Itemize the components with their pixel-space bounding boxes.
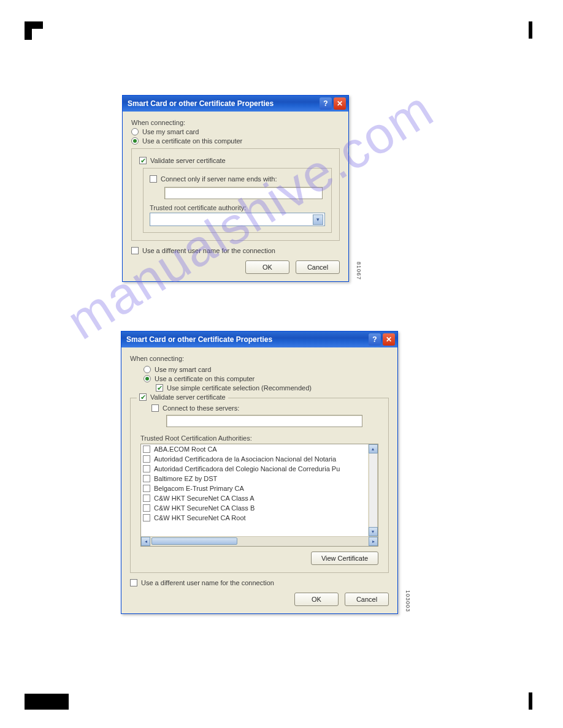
connect-only-checkbox[interactable]: Connect only if server name ends with: xyxy=(150,175,325,183)
ca-listbox[interactable]: ABA.ECOM Root CAAutoridad Certificadora … xyxy=(140,444,378,547)
ca-checkbox[interactable] xyxy=(143,485,150,492)
trusted-root-label: Trusted Root Certification Authorities: xyxy=(140,434,381,442)
ca-item-label: C&W HKT SecureNet CA Class A xyxy=(154,495,255,502)
validate-group: ✔ Validate server certificate Connect on… xyxy=(131,148,340,241)
ca-item-label: Autoridad Certificadora de la Asociacion… xyxy=(154,455,336,463)
radio-use-certificate-label: Use a certificate on this computer xyxy=(142,137,242,145)
image-number-2: 103003 xyxy=(405,590,411,612)
servers-input[interactable] xyxy=(166,415,362,427)
validate-label: Validate server certificate xyxy=(150,393,226,401)
horizontal-scrollbar[interactable]: ◂ ▸ xyxy=(141,536,378,546)
scroll-up-icon[interactable]: ▴ xyxy=(369,444,378,453)
connect-servers-label: Connect to these servers: xyxy=(163,404,239,412)
ca-checkbox[interactable] xyxy=(143,475,150,482)
page-rule-top-right xyxy=(529,21,532,39)
cancel-button[interactable]: Cancel xyxy=(345,593,389,606)
diff-user-label: Use a different user name for the connec… xyxy=(141,579,274,586)
page-rule-bottom-left xyxy=(25,694,69,710)
radio-use-smartcard-label: Use my smart card xyxy=(142,128,199,135)
validate-group: ✔ Validate server certificate Connect to… xyxy=(130,398,389,573)
list-item[interactable]: Baltimore EZ by DST xyxy=(141,474,368,483)
diff-user-checkbox[interactable]: Use a different user name for the connec… xyxy=(130,579,389,586)
scroll-down-icon[interactable]: ▾ xyxy=(369,527,378,536)
radio-use-smartcard[interactable]: Use my smart card xyxy=(131,128,340,135)
radio-use-smartcard-label: Use my smart card xyxy=(155,366,211,373)
cancel-button[interactable]: Cancel xyxy=(296,260,340,274)
view-certificate-button[interactable]: View Certificate xyxy=(311,552,378,565)
connect-servers-checkbox[interactable]: Connect to these servers: xyxy=(151,404,381,412)
simple-selection-checkbox[interactable]: ✔ Use simple certificate selection (Reco… xyxy=(156,384,389,392)
when-connecting-label: When connecting: xyxy=(130,355,389,362)
dialog-title: Smart Card or other Certificate Properti… xyxy=(126,335,272,344)
diff-user-label: Use a different user name for the connec… xyxy=(142,247,275,254)
chevron-down-icon[interactable]: ▾ xyxy=(313,214,323,225)
ca-checkbox[interactable] xyxy=(143,455,150,463)
radio-use-certificate[interactable]: Use a certificate on this computer xyxy=(131,137,340,145)
radio-use-certificate-label: Use a certificate on this computer xyxy=(155,375,255,382)
server-name-input[interactable] xyxy=(164,187,323,199)
list-item[interactable]: Belgacom E-Trust Primary CA xyxy=(141,483,368,493)
ok-button[interactable]: OK xyxy=(294,593,339,606)
radio-use-certificate[interactable]: Use a certificate on this computer xyxy=(144,375,389,382)
list-item[interactable]: C&W HKT SecureNet CA Class A xyxy=(141,493,368,503)
ca-item-label: Baltimore EZ by DST xyxy=(154,475,217,482)
help-button[interactable]: ? xyxy=(369,333,381,346)
list-item[interactable]: ABA.ECOM Root CA xyxy=(141,444,368,454)
diff-user-checkbox[interactable]: Use a different user name for the connec… xyxy=(131,247,340,254)
ca-checkbox[interactable] xyxy=(143,504,150,512)
list-item[interactable]: Autoridad Certificadora del Colegio Naci… xyxy=(141,464,368,474)
ca-checkbox[interactable] xyxy=(143,446,150,453)
list-item[interactable]: C&W HKT SecureNet CA Class B xyxy=(141,503,368,513)
validate-checkbox[interactable]: ✔ Validate server certificate xyxy=(137,393,228,401)
ca-item-label: C&W HKT SecureNet CA Root xyxy=(154,514,246,521)
image-number-1: 81067 xyxy=(356,262,362,280)
ok-button[interactable]: OK xyxy=(245,260,289,274)
ca-checkbox[interactable] xyxy=(143,465,150,472)
vertical-scrollbar[interactable]: ▴ ▾ xyxy=(368,444,378,536)
server-name-group: Connect only if server name ends with: T… xyxy=(143,168,332,233)
ca-item-label: ABA.ECOM Root CA xyxy=(154,446,217,453)
page-corner-top-left xyxy=(25,21,43,40)
ca-item-label: Autoridad Certificadora del Colegio Naci… xyxy=(154,465,340,472)
ca-item-label: Belgacom E-Trust Primary CA xyxy=(154,485,244,492)
list-item[interactable]: Autoridad Certificadora de la Asociacion… xyxy=(141,454,368,464)
dialog-cert-properties-2: Smart Card or other Certificate Properti… xyxy=(121,331,398,614)
ca-item-label: C&W HKT SecureNet CA Class B xyxy=(154,504,255,512)
validate-label: Validate server certificate xyxy=(150,157,226,164)
connect-only-label: Connect only if server name ends with: xyxy=(161,175,277,183)
trusted-root-select[interactable]: ▾ xyxy=(150,213,325,226)
ca-checkbox[interactable] xyxy=(143,495,150,502)
dialog-cert-properties-1: Smart Card or other Certificate Properti… xyxy=(122,95,349,282)
ca-checkbox[interactable] xyxy=(143,514,150,521)
validate-checkbox[interactable]: ✔ Validate server certificate xyxy=(139,157,332,164)
titlebar[interactable]: Smart Card or other Certificate Properti… xyxy=(121,332,397,347)
close-button[interactable]: ✕ xyxy=(334,97,346,110)
titlebar[interactable]: Smart Card or other Certificate Properti… xyxy=(123,96,348,112)
radio-use-smartcard[interactable]: Use my smart card xyxy=(144,366,389,373)
simple-selection-label: Use simple certificate selection (Recomm… xyxy=(167,384,312,392)
dialog-title: Smart Card or other Certificate Properti… xyxy=(128,99,274,108)
help-button[interactable]: ? xyxy=(320,97,332,110)
when-connecting-label: When connecting: xyxy=(131,119,340,126)
page-rule-bottom-right xyxy=(529,692,532,710)
list-item[interactable]: C&W HKT SecureNet CA Root xyxy=(141,513,368,523)
trusted-root-label: Trusted root certificate authority: xyxy=(150,204,325,211)
scroll-left-icon[interactable]: ◂ xyxy=(141,537,150,546)
close-button[interactable]: ✕ xyxy=(383,333,395,346)
scroll-right-icon[interactable]: ▸ xyxy=(369,537,378,546)
